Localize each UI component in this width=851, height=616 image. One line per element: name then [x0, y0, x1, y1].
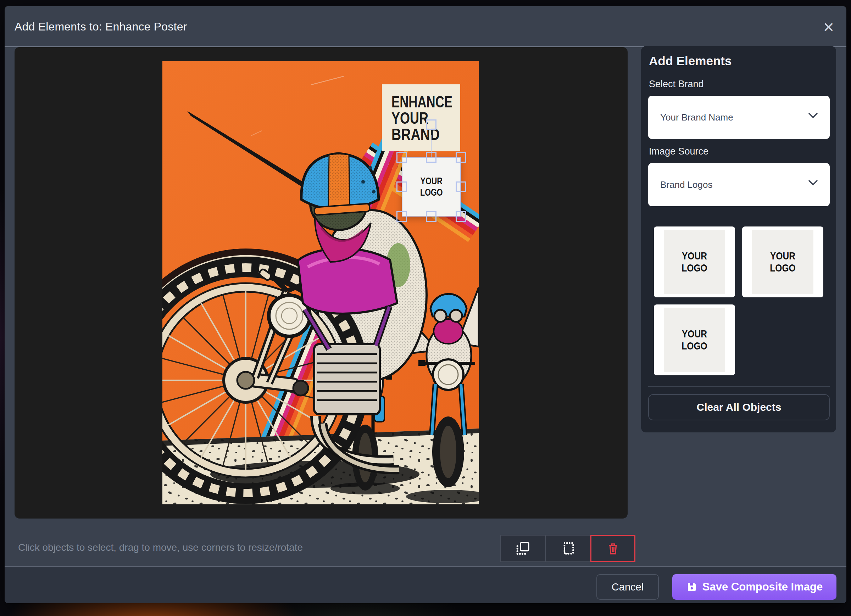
composite-canvas[interactable]: ENHANCE YOUR BRAND [15, 47, 628, 518]
modal-footer: Cancel Save Composite Image [5, 566, 846, 603]
cancel-button[interactable]: Cancel [596, 574, 659, 600]
logo-tile[interactable]: YOURLOGO [654, 305, 735, 376]
add-elements-modal: Add Elements to: Enhance Poster ✕ [5, 6, 846, 603]
resize-handle-e[interactable] [456, 182, 466, 192]
resize-handle-se[interactable] [456, 211, 466, 222]
send-backward-button[interactable] [545, 535, 590, 562]
delete-object-button[interactable] [590, 535, 635, 562]
canvas-hint: Click objects to select, drag to move, u… [18, 530, 486, 565]
select-brand-label: Select Brand [649, 79, 704, 90]
logo-tile[interactable]: YOURLOGO [654, 227, 735, 297]
save-button-label: Save Composite Image [702, 581, 822, 593]
image-source-label: Image Source [649, 146, 708, 157]
bring-forward-icon [515, 541, 531, 557]
save-composite-button[interactable]: Save Composite Image [672, 574, 836, 600]
panel-divider [648, 386, 830, 387]
page-backdrop: Add Elements to: Enhance Poster ✕ [0, 0, 851, 616]
modal-header: Add Elements to: Enhance Poster ✕ [5, 6, 846, 47]
resize-handle-sw[interactable] [397, 211, 407, 222]
logo-tile-label: YOURLOGO [752, 230, 813, 294]
add-elements-panel: Add Elements Select Brand Your Brand Nam… [641, 46, 836, 433]
image-source-select[interactable]: Brand Logos [648, 163, 830, 206]
clear-all-objects-button[interactable]: Clear All Objects [648, 394, 830, 420]
brand-select[interactable]: Your Brand Name [648, 96, 830, 139]
logo-object-selected[interactable]: YOUR LOGO [402, 157, 461, 216]
resize-handle-s[interactable] [426, 211, 436, 222]
resize-handle-w[interactable] [397, 182, 407, 192]
close-icon[interactable]: ✕ [821, 20, 836, 35]
brand-select-value: Your Brand Name [660, 112, 733, 123]
resize-handle-n[interactable] [426, 152, 436, 163]
logo-object-text: YOUR LOGO [420, 176, 443, 198]
send-backward-icon [560, 541, 576, 557]
svg-text:YOUR: YOUR [391, 109, 429, 127]
bring-forward-button[interactable] [500, 535, 545, 562]
logo-tile-label: YOURLOGO [664, 308, 725, 372]
delete-icon [606, 541, 621, 556]
svg-text:ENHANCE: ENHANCE [391, 93, 453, 111]
rotate-handle[interactable] [426, 119, 436, 130]
modal-title: Add Elements to: Enhance Poster [15, 6, 187, 47]
object-toolbar [500, 535, 635, 562]
resize-handle-nw[interactable] [397, 152, 407, 163]
panel-heading: Add Elements [649, 54, 732, 68]
chevron-down-icon [808, 112, 818, 119]
resize-handle-ne[interactable] [456, 152, 466, 163]
logo-tile-grid: YOURLOGO YOURLOGO YOURLOGO [654, 227, 823, 376]
logo-tile-label: YOURLOGO [664, 230, 725, 294]
poster-sign: ENHANCE YOUR BRAND [382, 84, 460, 151]
image-source-value: Brand Logos [660, 179, 713, 190]
save-icon [686, 581, 698, 593]
logo-tile[interactable]: YOURLOGO [742, 227, 823, 297]
chevron-down-icon [808, 179, 818, 186]
